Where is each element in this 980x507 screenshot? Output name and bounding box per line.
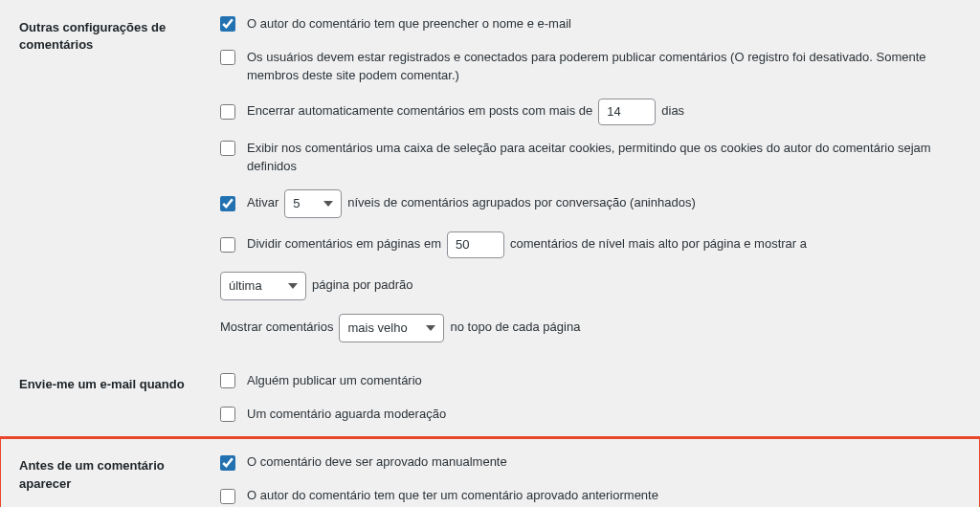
label-thread-before: Ativar [247,193,278,213]
row-thread-comments: Ativar 5 níveis de comentários agrupados… [220,189,970,218]
checkbox-author-must-fill[interactable] [220,16,235,32]
input-per-page[interactable] [447,231,504,258]
row-show-order: Mostrar comentários mais velho no topo d… [220,314,970,342]
section-email-me: Envie-me um e-mail quando Alguém publica… [0,357,980,439]
label-author-must-fill: O autor do comentário tem que preencher … [247,14,571,34]
label-paginate-before: Dividir comentários em páginas em [247,234,441,254]
section-other-comment-settings: Outras configurações de comentários O au… [0,0,980,357]
row-email-on-publish: Alguém publicar um comentário [220,371,970,391]
section-before-appear: Antes de um comentário aparecer O coment… [0,438,980,507]
checkbox-paginate[interactable] [220,237,235,253]
section-title-email-me: Envie-me um e-mail quando [0,357,211,439]
discussion-settings-table: Outras configurações de comentários O au… [0,0,980,507]
checkbox-email-on-publish[interactable] [220,373,235,388]
checkbox-manual-approve[interactable] [220,455,235,471]
label-paginate-after: comentários de nível mais alto por págin… [510,234,807,254]
row-manual-approve: O comentário deve ser aprovado manualmen… [220,452,970,473]
label-show-order-after: no topo de cada página [450,318,580,338]
label-auto-close-after: dias [661,101,684,121]
checkbox-cookies-optin[interactable] [220,141,235,156]
label-email-on-moderation: Um comentário aguarda moderação [247,405,446,425]
section-title-before-appear: Antes de um comentário aparecer [0,438,211,507]
label-page-default-after: página por padrão [312,276,413,296]
label-users-must-register: Os usuários devem estar registrados e co… [247,48,970,85]
select-thread-depth[interactable]: 5 [284,189,342,218]
label-auto-close-before: Encerrar automaticamente comentários em … [247,101,592,121]
label-thread-after: níveis de comentários agrupados por conv… [347,193,696,213]
row-author-must-fill: O autor do comentário tem que preencher … [220,14,970,34]
section-title-other: Outras configurações de comentários [0,0,211,357]
row-page-default: última página por padrão [220,272,970,300]
row-users-must-register: Os usuários devem estar registrados e co… [220,48,970,85]
label-manual-approve: O comentário deve ser aprovado manualmen… [247,452,507,473]
input-auto-close-days[interactable] [598,99,656,125]
row-email-on-moderation: Um comentário aguarda moderação [220,405,970,425]
checkbox-auto-close[interactable] [220,104,235,120]
row-auto-close: Encerrar automaticamente comentários em … [220,99,970,125]
select-page-default[interactable]: última [220,272,306,300]
checkbox-users-must-register[interactable] [220,50,235,65]
label-cookies-optin: Exibir nos comentários uma caixa de sele… [247,139,970,176]
select-comment-order[interactable]: mais velho [339,314,444,342]
checkbox-thread[interactable] [220,196,235,211]
row-prev-approved: O autor do comentário tem que ter um com… [220,486,970,506]
checkbox-prev-approved[interactable] [220,489,235,504]
row-paginate: Dividir comentários em páginas em coment… [220,231,970,258]
label-show-order-before: Mostrar comentários [220,318,333,338]
label-email-on-publish: Alguém publicar um comentário [247,371,422,391]
checkbox-email-on-moderation[interactable] [220,407,235,422]
row-cookies-optin: Exibir nos comentários uma caixa de sele… [220,139,970,176]
label-prev-approved: O autor do comentário tem que ter um com… [247,486,658,506]
